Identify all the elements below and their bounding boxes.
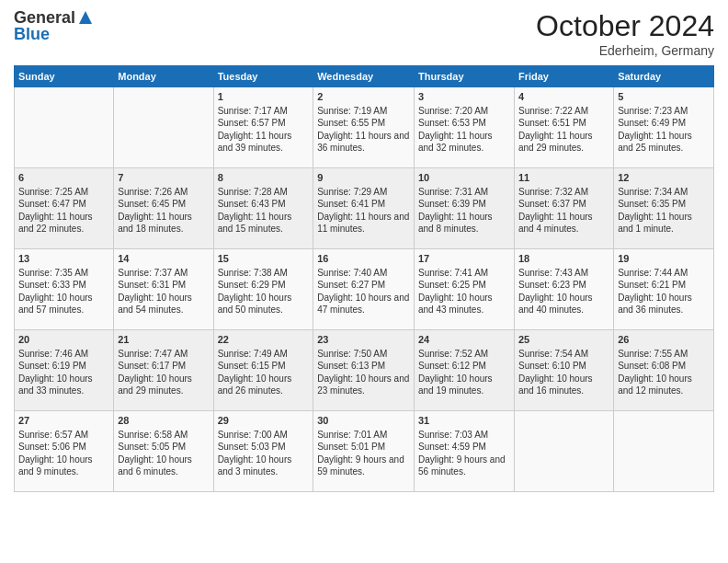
cell-info: Daylight: 10 hours and 36 minutes. <box>618 292 710 316</box>
cell-info: Daylight: 11 hours and 32 minutes. <box>418 130 510 155</box>
day-number: 25 <box>518 333 609 347</box>
cell-info: Sunrise: 7:35 AM <box>18 267 109 280</box>
week-row-5: 27Sunrise: 6:57 AMSunset: 5:06 PMDayligh… <box>15 411 714 492</box>
cell-info: Sunrise: 7:37 AM <box>118 267 209 280</box>
cell-info: Sunrise: 7:32 AM <box>518 186 609 199</box>
day-number: 26 <box>618 333 710 347</box>
day-number: 13 <box>18 252 109 266</box>
day-number: 8 <box>218 171 310 185</box>
cell-info: Sunrise: 7:28 AM <box>218 186 310 199</box>
col-thursday: Thursday <box>415 66 515 87</box>
cell-info: Sunrise: 7:25 AM <box>18 186 109 199</box>
day-number: 24 <box>418 333 510 347</box>
cell-info: Sunset: 6:35 PM <box>618 198 710 211</box>
calendar-cell: 15Sunrise: 7:38 AMSunset: 6:29 PMDayligh… <box>213 249 313 330</box>
calendar-table: Sunday Monday Tuesday Wednesday Thursday… <box>14 65 714 492</box>
cell-info: Sunrise: 7:55 AM <box>618 348 710 361</box>
cell-info: Daylight: 9 hours and 59 minutes. <box>317 454 410 478</box>
week-row-1: 1Sunrise: 7:17 AMSunset: 6:57 PMDaylight… <box>15 87 714 168</box>
cell-info: Sunrise: 7:52 AM <box>418 348 510 361</box>
cell-info: Sunset: 6:57 PM <box>218 117 310 130</box>
cell-info: Daylight: 11 hours and 11 minutes. <box>317 211 410 236</box>
cell-info: Daylight: 10 hours and 19 minutes. <box>418 373 510 397</box>
cell-info: Daylight: 10 hours and 40 minutes. <box>518 292 609 316</box>
cell-info: Sunset: 6:37 PM <box>518 198 609 211</box>
logo-icon <box>77 9 94 26</box>
cell-info: Daylight: 10 hours and 16 minutes. <box>518 373 609 397</box>
calendar-cell: 8Sunrise: 7:28 AMSunset: 6:43 PMDaylight… <box>213 168 313 249</box>
day-number: 2 <box>317 90 410 104</box>
calendar-cell: 4Sunrise: 7:22 AMSunset: 6:51 PMDaylight… <box>514 87 613 168</box>
cell-info: Sunset: 6:19 PM <box>18 360 109 373</box>
cell-info: Sunset: 6:41 PM <box>317 198 410 211</box>
cell-info: Sunset: 6:31 PM <box>118 279 209 292</box>
cell-info: Sunset: 6:23 PM <box>518 279 609 292</box>
calendar-cell: 14Sunrise: 7:37 AMSunset: 6:31 PMDayligh… <box>114 249 213 330</box>
cell-info: Sunrise: 7:22 AM <box>518 105 609 118</box>
logo-general: General <box>14 8 75 27</box>
cell-info: Daylight: 10 hours and 23 minutes. <box>317 373 410 397</box>
cell-info: Sunrise: 7:46 AM <box>18 348 109 361</box>
cell-info: Sunset: 5:01 PM <box>317 441 410 454</box>
page: General Blue October 2024 Ederheim, Germ… <box>0 0 728 563</box>
cell-info: Sunrise: 7:43 AM <box>518 267 609 280</box>
cell-info: Sunrise: 6:58 AM <box>118 429 209 442</box>
calendar-cell: 3Sunrise: 7:20 AMSunset: 6:53 PMDaylight… <box>415 87 515 168</box>
cell-info: Sunrise: 7:44 AM <box>618 267 710 280</box>
day-number: 10 <box>418 171 510 185</box>
day-number: 23 <box>317 333 410 347</box>
location: Ederheim, Germany <box>536 43 714 58</box>
calendar-cell: 10Sunrise: 7:31 AMSunset: 6:39 PMDayligh… <box>415 168 515 249</box>
svg-marker-0 <box>79 11 92 24</box>
cell-info: Sunset: 5:03 PM <box>218 441 310 454</box>
cell-info: Daylight: 11 hours and 4 minutes. <box>518 211 609 236</box>
day-number: 15 <box>218 252 310 266</box>
col-friday: Friday <box>514 66 613 87</box>
cell-info: Daylight: 10 hours and 12 minutes. <box>618 373 710 397</box>
cell-info: Sunrise: 7:40 AM <box>317 267 410 280</box>
calendar-cell <box>514 411 613 492</box>
header: General Blue October 2024 Ederheim, Germ… <box>14 9 714 58</box>
cell-info: Sunset: 6:08 PM <box>618 360 710 373</box>
cell-info: Sunrise: 7:23 AM <box>618 105 710 118</box>
cell-info: Daylight: 11 hours and 22 minutes. <box>18 211 109 236</box>
calendar-cell: 18Sunrise: 7:43 AMSunset: 6:23 PMDayligh… <box>514 249 613 330</box>
calendar-cell: 25Sunrise: 7:54 AMSunset: 6:10 PMDayligh… <box>514 330 613 411</box>
day-number: 21 <box>118 333 209 347</box>
calendar-cell: 20Sunrise: 7:46 AMSunset: 6:19 PMDayligh… <box>15 330 114 411</box>
calendar-cell: 1Sunrise: 7:17 AMSunset: 6:57 PMDaylight… <box>213 87 313 168</box>
col-wednesday: Wednesday <box>313 66 415 87</box>
calendar-cell: 22Sunrise: 7:49 AMSunset: 6:15 PMDayligh… <box>213 330 313 411</box>
day-number: 28 <box>118 414 209 428</box>
day-number: 4 <box>518 90 609 104</box>
calendar-cell: 16Sunrise: 7:40 AMSunset: 6:27 PMDayligh… <box>313 249 415 330</box>
week-row-3: 13Sunrise: 7:35 AMSunset: 6:33 PMDayligh… <box>15 249 714 330</box>
cell-info: Daylight: 10 hours and 57 minutes. <box>18 292 109 316</box>
day-number: 12 <box>618 171 710 185</box>
day-number: 19 <box>618 252 710 266</box>
cell-info: Daylight: 11 hours and 29 minutes. <box>518 130 609 155</box>
cell-info: Sunset: 6:55 PM <box>317 117 410 130</box>
cell-info: Sunset: 6:13 PM <box>317 360 410 373</box>
cell-info: Sunset: 6:53 PM <box>418 117 510 130</box>
cell-info: Sunset: 6:47 PM <box>18 198 109 211</box>
day-number: 7 <box>118 171 209 185</box>
day-number: 6 <box>18 171 109 185</box>
cell-info: Sunset: 6:27 PM <box>317 279 410 292</box>
cell-info: Sunset: 6:15 PM <box>218 360 310 373</box>
calendar-cell: 13Sunrise: 7:35 AMSunset: 6:33 PMDayligh… <box>15 249 114 330</box>
col-saturday: Saturday <box>614 66 714 87</box>
week-row-2: 6Sunrise: 7:25 AMSunset: 6:47 PMDaylight… <box>15 168 714 249</box>
col-tuesday: Tuesday <box>213 66 313 87</box>
cell-info: Sunset: 6:51 PM <box>518 117 609 130</box>
cell-info: Sunset: 6:12 PM <box>418 360 510 373</box>
month-title: October 2024 <box>536 9 714 43</box>
cell-info: Sunrise: 7:38 AM <box>218 267 310 280</box>
day-number: 3 <box>418 90 510 104</box>
cell-info: Daylight: 11 hours and 15 minutes. <box>218 211 310 236</box>
cell-info: Sunrise: 7:49 AM <box>218 348 310 361</box>
calendar-header: Sunday Monday Tuesday Wednesday Thursday… <box>15 66 714 87</box>
cell-info: Daylight: 10 hours and 33 minutes. <box>18 373 109 397</box>
cell-info: Sunset: 5:05 PM <box>118 441 209 454</box>
day-number: 1 <box>218 90 310 104</box>
